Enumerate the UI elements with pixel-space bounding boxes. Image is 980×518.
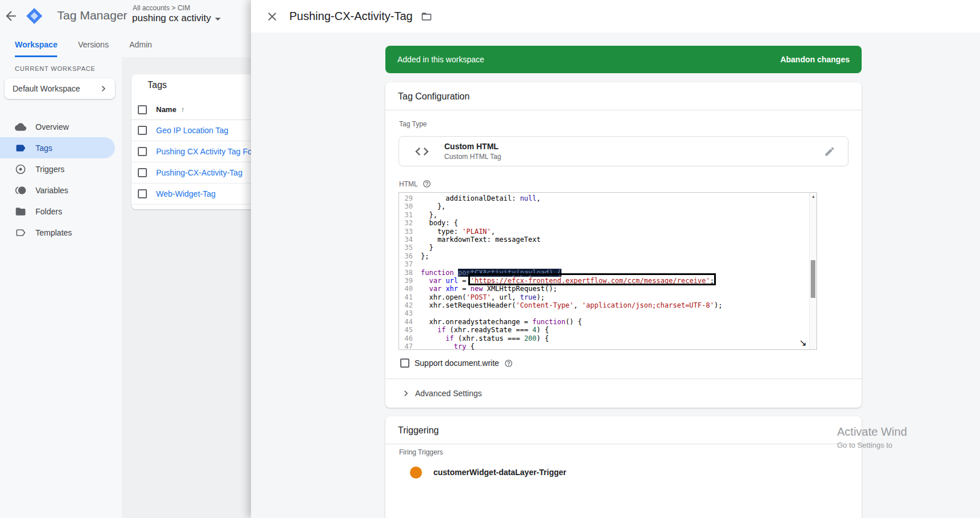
firing-triggers-label: Firing Triggers xyxy=(399,448,443,456)
tag-name-link[interactable]: Pushing-CX-Activity-Tag xyxy=(156,168,242,177)
sidebar-item-label: Triggers xyxy=(35,165,65,174)
tab-versions[interactable]: Versions xyxy=(78,33,109,57)
tag-name-link[interactable]: Pushing CX Activity Tag For xyxy=(156,147,254,156)
trigger-name: customerWidget-dataLayer-Trigger xyxy=(433,468,566,477)
row-checkbox[interactable] xyxy=(138,126,147,135)
edit-tag-type-button[interactable] xyxy=(824,146,835,157)
close-button[interactable] xyxy=(265,10,279,23)
close-icon xyxy=(265,10,279,23)
help-icon[interactable] xyxy=(504,359,513,368)
sidebar-item-tags[interactable]: Tags xyxy=(0,137,115,158)
page-title: Pushing-CX-Activity-Tag xyxy=(289,10,413,23)
code-gutter: 29303132333435363738394041424344454647 xyxy=(399,194,416,350)
code-line: } xyxy=(421,244,808,252)
trigger-icon xyxy=(15,164,26,175)
back-button[interactable] xyxy=(3,9,18,23)
tag-type-description: Custom HTML Tag xyxy=(444,153,501,161)
tab-admin[interactable]: Admin xyxy=(129,33,152,57)
row-checkbox[interactable] xyxy=(138,147,147,156)
code-line: xhr.open('POST', url, true); xyxy=(421,293,808,301)
sidebar-item-templates[interactable]: Templates xyxy=(0,222,122,243)
move-to-folder-button[interactable] xyxy=(421,11,432,22)
workspace-selector-button[interactable]: Default Workspace xyxy=(5,78,115,99)
triggering-card: Triggering Firing Triggers customerWidge… xyxy=(385,416,862,518)
advanced-settings-label: Advanced Settings xyxy=(415,389,482,398)
document-write-checkbox[interactable] xyxy=(400,358,409,368)
abandon-changes-button[interactable]: Abandon changes xyxy=(780,55,850,64)
sidebar-item-label: Folders xyxy=(35,207,62,216)
scrollbar-thumb[interactable] xyxy=(811,260,815,298)
folder-outline-icon xyxy=(421,11,432,22)
overview-icon xyxy=(15,121,26,133)
panel-header: Pushing-CX-Activity-Tag xyxy=(251,0,980,33)
row-checkbox[interactable] xyxy=(138,168,147,177)
tag-type-text: Custom HTML Custom HTML Tag xyxy=(444,142,501,161)
sidebar-item-triggers[interactable]: Triggers xyxy=(0,158,122,180)
code-line: var xhr = new XMLHttpRequest(); xyxy=(421,285,808,293)
html-field-label-row: HTML xyxy=(399,180,431,188)
watermark-line1: Activate Wind xyxy=(837,425,907,439)
sort-ascending-icon[interactable]: ↑ xyxy=(181,106,184,114)
code-line: markdownText: messageText xyxy=(421,236,808,244)
chevron-right-icon xyxy=(98,83,109,94)
select-all-checkbox[interactable] xyxy=(138,105,147,114)
code-line: var url = 'https://efcx-frontend.expertf… xyxy=(421,277,808,285)
sidebar-nav: Overview Tags Triggers Variables xyxy=(0,116,122,243)
template-icon xyxy=(15,227,26,238)
html-label: HTML xyxy=(399,180,418,188)
container-selector[interactable]: pushing cx activity xyxy=(132,13,221,24)
sidebar-item-variables[interactable]: Variables xyxy=(0,180,122,201)
code-line: xhr.setRequestHeader('Content-Type', 'ap… xyxy=(421,301,808,309)
code-line: try { xyxy=(421,342,808,350)
code-line: xhr.onreadystatechange = function() { xyxy=(421,318,808,326)
watermark-line2: Go to Settings to xyxy=(837,441,907,449)
trigger-row[interactable]: customerWidget-dataLayer-Trigger xyxy=(399,460,566,485)
container-name: pushing cx activity xyxy=(132,13,211,24)
sidebar-item-label: Tags xyxy=(35,144,53,153)
chevron-right-icon xyxy=(400,388,412,399)
tag-type-name: Custom HTML xyxy=(444,142,501,151)
code-line xyxy=(421,309,808,317)
app-title: Tag Manager xyxy=(57,9,128,22)
divider xyxy=(385,378,862,379)
workspace-status-banner: Added in this workspace Abandon changes xyxy=(385,46,862,73)
code-line: }; xyxy=(421,252,808,260)
breadcrumb[interactable]: All accounts > CIM xyxy=(133,4,190,12)
code-line: }, xyxy=(421,211,808,219)
document-write-label: Support document.write xyxy=(415,358,499,368)
arrow-back-icon xyxy=(3,9,18,23)
tag-name-link[interactable]: Web-Widget-Tag xyxy=(156,189,216,198)
code-lines: additionalDetail: null, }, }, body: { ty… xyxy=(421,194,808,350)
advanced-settings-toggle[interactable]: Advanced Settings xyxy=(400,384,482,403)
editor-scrollbar[interactable]: ▲ xyxy=(809,193,816,349)
code-line: if (xhr.readyState === 4) { xyxy=(421,326,808,334)
sidebar-item-folders[interactable]: Folders xyxy=(0,201,122,222)
sidebar-item-label: Templates xyxy=(35,228,72,237)
sidebar-item-overview[interactable]: Overview xyxy=(0,116,122,137)
tag-type-label: Tag Type xyxy=(399,120,427,128)
code-line: function postCXActivity(payload) { xyxy=(421,269,808,277)
support-document-write-row: Support document.write xyxy=(400,358,513,368)
code-line: additionalDetail: null, xyxy=(421,194,808,202)
code-icon xyxy=(414,144,430,160)
tab-bar: Workspace Versions Admin xyxy=(0,33,251,57)
sidebar: CURRENT WORKSPACE Default Workspace Over… xyxy=(0,57,122,518)
code-line: type: 'PLAIN', xyxy=(421,228,808,236)
scroll-up-icon[interactable]: ▲ xyxy=(811,194,815,198)
tag-configuration-card: Tag Configuration Tag Type Custom HTML C… xyxy=(385,82,862,408)
windows-activation-watermark: Activate Wind Go to Settings to xyxy=(837,425,907,449)
resize-handle-icon[interactable]: ↘ xyxy=(799,337,807,348)
tab-workspace[interactable]: Workspace xyxy=(15,33,57,57)
code-line: }, xyxy=(421,202,808,210)
tag-configuration-title: Tag Configuration xyxy=(385,82,862,110)
triggering-title: Triggering xyxy=(385,416,862,444)
help-icon[interactable] xyxy=(423,180,431,188)
row-checkbox[interactable] xyxy=(138,189,147,198)
code-editor[interactable]: 29303132333435363738394041424344454647 a… xyxy=(399,192,817,350)
name-column-header: Name xyxy=(156,105,176,114)
current-workspace-label: CURRENT WORKSPACE xyxy=(15,65,95,72)
tag-name-link[interactable]: Geo IP Location Tag xyxy=(156,126,228,135)
sidebar-item-label: Variables xyxy=(35,186,68,195)
tag-type-row[interactable]: Custom HTML Custom HTML Tag xyxy=(399,136,848,166)
folder-icon xyxy=(15,206,26,217)
